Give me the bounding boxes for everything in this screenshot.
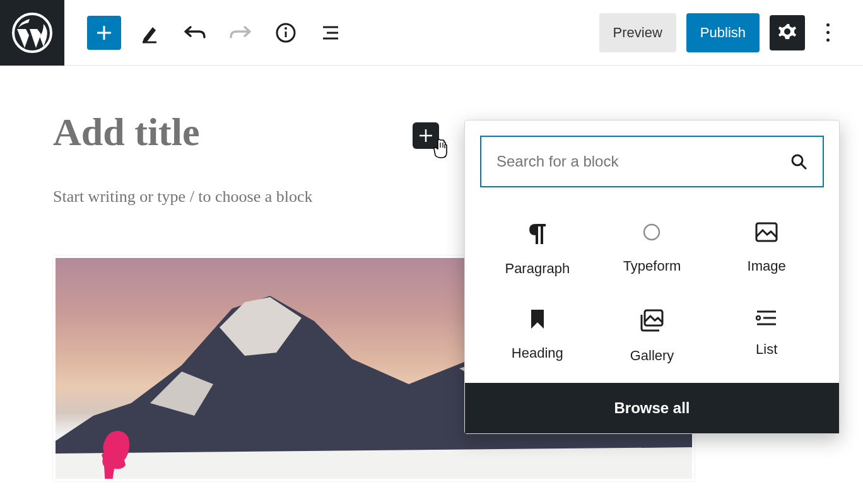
paragraph-icon [527, 221, 548, 245]
browse-all-button[interactable]: Browse all [465, 383, 839, 433]
block-list[interactable]: List [709, 308, 824, 364]
block-heading[interactable]: Heading [480, 308, 595, 364]
dot-icon [826, 38, 830, 42]
svg-rect-24 [756, 223, 777, 241]
inserter-search-input[interactable] [496, 153, 790, 170]
more-options-button[interactable] [815, 15, 840, 50]
toolbar-right: Preview Publish [599, 13, 863, 52]
block-typeform[interactable]: Typeform [595, 221, 710, 277]
image-icon [754, 221, 778, 243]
svg-point-6 [285, 27, 287, 30]
block-paragraph[interactable]: Paragraph [480, 221, 595, 277]
details-button[interactable] [269, 16, 303, 50]
gear-icon [777, 23, 797, 43]
wordpress-logo[interactable] [0, 0, 64, 66]
dot-icon [826, 31, 830, 34]
redo-icon [228, 23, 252, 42]
toolbar-left [64, 16, 348, 50]
publish-button[interactable]: Publish [686, 13, 760, 52]
block-label: Heading [512, 345, 563, 361]
undo-icon [183, 23, 207, 42]
svg-point-10 [784, 28, 790, 35]
plus-icon [418, 127, 434, 144]
block-label: Typeform [623, 258, 681, 274]
search-icon [790, 153, 807, 170]
preview-button[interactable]: Preview [599, 13, 676, 52]
circle-icon [641, 221, 662, 243]
block-label: List [756, 341, 777, 358]
gallery-icon [639, 308, 664, 332]
block-label: Image [748, 258, 786, 274]
inserter-search-wrap [465, 120, 839, 202]
dot-icon [826, 23, 830, 26]
pencil-icon [139, 22, 160, 44]
settings-button[interactable] [770, 15, 805, 50]
toggle-inserter-button[interactable] [87, 16, 121, 50]
inline-inserter-button[interactable] [413, 122, 439, 149]
person-silhouette-icon [97, 428, 137, 481]
block-inserter-popover: Paragraph Typeform Image Heading [464, 120, 840, 434]
undo-button[interactable] [178, 16, 212, 50]
block-label: Gallery [630, 348, 674, 364]
svg-point-27 [756, 316, 760, 320]
edit-tool-button[interactable] [132, 16, 167, 50]
list-icon [754, 308, 778, 326]
svg-line-22 [801, 164, 806, 168]
list-view-icon [320, 23, 342, 42]
wordpress-icon [12, 13, 52, 53]
info-icon [275, 22, 296, 44]
block-image[interactable]: Image [709, 221, 824, 277]
block-gallery[interactable]: Gallery [595, 308, 710, 364]
inserter-search-box[interactable] [480, 136, 824, 187]
plus-icon [95, 23, 114, 42]
bookmark-icon [529, 308, 546, 330]
outline-button[interactable] [314, 16, 348, 50]
editor-toolbar: Preview Publish [0, 0, 863, 66]
block-types-grid: Paragraph Typeform Image Heading [465, 202, 839, 383]
redo-button[interactable] [223, 16, 257, 50]
block-label: Paragraph [505, 261, 570, 277]
svg-point-23 [644, 225, 659, 240]
